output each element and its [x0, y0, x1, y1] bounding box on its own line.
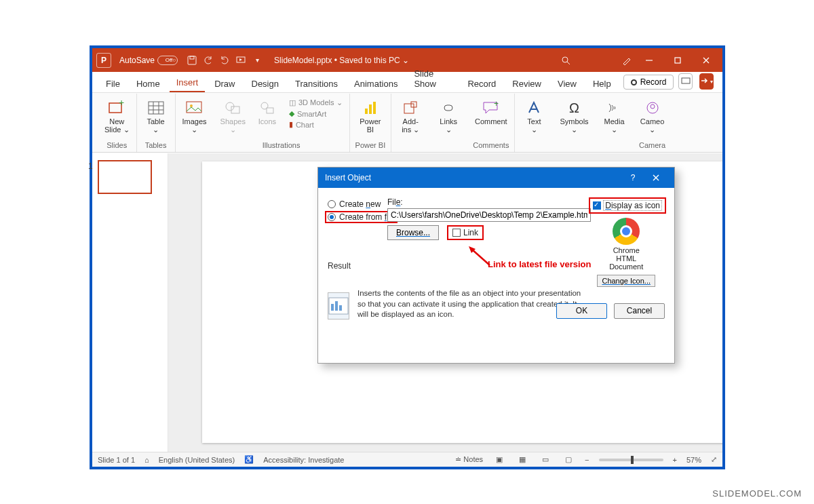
svg-rect-26	[404, 104, 414, 113]
chart-icon: ▮	[289, 120, 293, 129]
powerbi-icon	[364, 99, 377, 117]
link-checkbox[interactable]: Link	[447, 225, 484, 240]
svg-text:+: +	[119, 100, 124, 108]
comment-button[interactable]: + Comment	[473, 98, 509, 125]
group-camera: Cameo ⌄ Camera	[634, 94, 672, 152]
symbols-button[interactable]: Ω Symbols ⌄	[558, 98, 589, 134]
tab-slideshow[interactable]: Slide Show	[407, 64, 458, 92]
table-icon	[148, 99, 164, 117]
svg-rect-6	[675, 58, 680, 63]
slideshow-view-icon[interactable]: ▢	[562, 454, 575, 465]
table-button[interactable]: Table ⌄	[142, 98, 170, 134]
workspace: 1 Insert Object ? Create new	[92, 153, 722, 452]
zoom-value[interactable]: 57%	[686, 456, 701, 464]
present-mode-button[interactable]	[678, 73, 693, 90]
change-icon-button[interactable]: Change Icon...	[597, 275, 655, 287]
powerpoint-logo-icon: P	[96, 53, 111, 68]
new-slide-icon: +	[108, 99, 125, 117]
svg-rect-23	[365, 109, 368, 114]
toggle-pill[interactable]: Off ○	[157, 56, 178, 65]
dialog-close-button[interactable]	[644, 168, 667, 188]
fit-window-icon[interactable]: ⤢	[711, 455, 717, 464]
sorter-view-icon[interactable]: ▦	[516, 454, 529, 465]
group-slides: + New Slide ⌄ Slides	[98, 94, 137, 152]
tab-draw[interactable]: Draw	[208, 75, 241, 92]
ok-button[interactable]: OK	[556, 303, 607, 319]
undo-icon[interactable]	[202, 54, 214, 66]
images-button[interactable]: Images ⌄	[181, 98, 208, 134]
cameo-button[interactable]: Cameo ⌄	[639, 98, 666, 134]
tab-home[interactable]: Home	[130, 75, 167, 92]
browse-button[interactable]: Browse...	[387, 225, 439, 240]
normal-view-icon[interactable]: ▣	[492, 454, 506, 465]
accessibility-icon[interactable]: ♿	[244, 455, 254, 464]
share-button[interactable]: ▾	[699, 73, 714, 90]
tab-file[interactable]: File	[99, 75, 127, 92]
icons-icon	[260, 99, 275, 117]
save-icon[interactable]	[186, 54, 198, 66]
cancel-button[interactable]: Cancel	[614, 303, 665, 319]
language-status[interactable]: English (United States)	[159, 456, 235, 464]
tab-view[interactable]: View	[551, 75, 583, 92]
links-button[interactable]: Links ⌄	[435, 98, 462, 134]
smartart-button[interactable]: ◆SmartArt	[288, 109, 328, 119]
document-title[interactable]: SlideModel.pptx • Saved to this PC ⌄	[274, 56, 409, 65]
slide-counter: Slide 1 of 1	[98, 456, 135, 464]
accessibility-status[interactable]: Accessibility: Investigate	[263, 456, 344, 464]
result-text: Inserts the contents of the file as an o…	[357, 288, 585, 320]
record-dot-icon	[631, 79, 637, 85]
display-as-icon-checkbox[interactable]: Display as icon	[589, 197, 666, 214]
text-button[interactable]: Text ⌄	[520, 98, 547, 134]
redo-icon[interactable]	[218, 54, 231, 66]
svg-point-30	[651, 104, 655, 109]
slide-thumbnail[interactable]: 1	[98, 160, 152, 194]
icons-button[interactable]: Icons	[254, 98, 281, 125]
record-button[interactable]: Record	[623, 75, 674, 90]
radio-icon	[328, 200, 336, 208]
tab-review[interactable]: Review	[505, 75, 548, 92]
chart-button[interactable]: ▮Chart	[288, 119, 315, 130]
maximize-button[interactable]	[665, 50, 690, 71]
links-icon	[440, 99, 457, 117]
tab-record[interactable]: Record	[461, 75, 503, 92]
lang-icon[interactable]: ⌂	[144, 456, 149, 464]
close-button[interactable]	[694, 50, 718, 71]
qat-overflow-icon[interactable]: ▾	[251, 54, 263, 66]
notes-button[interactable]: ≐ Notes	[455, 455, 483, 464]
group-links: Links ⌄	[429, 94, 467, 152]
tab-design[interactable]: Design	[245, 75, 286, 92]
tab-animations[interactable]: Animations	[347, 75, 404, 92]
new-slide-button[interactable]: + New Slide ⌄	[103, 98, 131, 134]
start-slideshow-icon[interactable]	[235, 54, 247, 66]
dialog-titlebar: Insert Object ?	[318, 168, 674, 188]
zoom-in-button[interactable]: +	[673, 456, 677, 464]
app-window: P AutoSave Off ○ ▾ SlideModel.pptx • Sav…	[90, 45, 725, 469]
pen-icon[interactable]	[621, 54, 633, 66]
slide-number: 1	[88, 161, 93, 171]
reading-view-icon[interactable]: ▭	[539, 454, 552, 465]
addins-icon	[403, 99, 418, 117]
cube-icon: ◫	[289, 98, 296, 107]
media-button[interactable]: Media ⌄	[601, 98, 628, 134]
tab-insert[interactable]: Insert	[170, 73, 206, 92]
radio-create-from-file[interactable]: Create from file	[325, 211, 398, 223]
zoom-slider[interactable]	[599, 459, 663, 461]
shapes-button[interactable]: Shapes ⌄	[219, 98, 247, 134]
dialog-help-button[interactable]: ?	[621, 168, 644, 188]
tab-help[interactable]: Help	[586, 75, 618, 92]
group-comments: + Comment Comments	[467, 94, 515, 152]
svg-rect-9	[682, 78, 690, 83]
svg-rect-12	[149, 102, 163, 114]
zoom-out-button[interactable]: −	[585, 456, 589, 464]
minimize-button[interactable]	[637, 50, 661, 71]
tab-transitions[interactable]: Transitions	[288, 75, 345, 92]
powerbi-button[interactable]: Power BI	[357, 98, 384, 134]
3d-models-button[interactable]: ◫3D Models ⌄	[288, 98, 344, 108]
svg-text:+: +	[494, 101, 499, 109]
icon-preview: Chrome HTML Document Change Icon...	[597, 218, 655, 287]
autosave-toggle[interactable]: AutoSave Off ○	[119, 56, 178, 65]
insert-object-dialog: Insert Object ? Create new Create from f…	[317, 167, 675, 364]
file-path-input[interactable]	[387, 208, 591, 222]
addins-button[interactable]: Add- ins ⌄	[397, 98, 424, 134]
search-icon[interactable]	[560, 54, 572, 66]
